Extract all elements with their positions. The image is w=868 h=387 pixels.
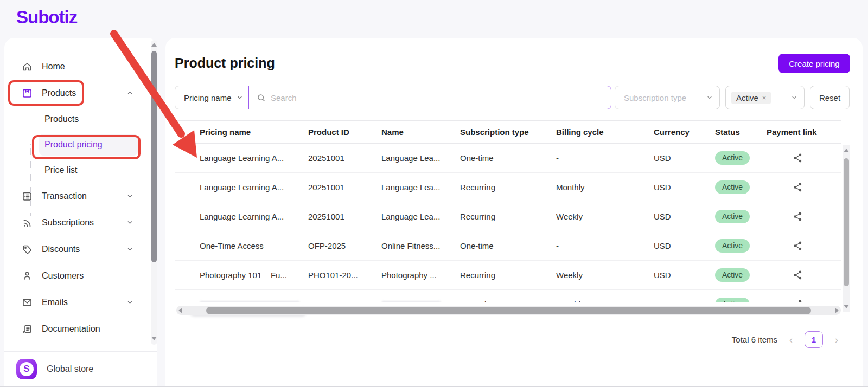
sidebar-subitem-price-list[interactable]: Price list: [39, 157, 138, 183]
cell-name: Online Fitness...: [381, 231, 460, 260]
subscription-type-select[interactable]: Subscription type: [615, 86, 720, 109]
vertical-scrollbar-thumb[interactable]: [844, 158, 849, 286]
cell-currency: USD: [654, 261, 715, 289]
cell-subscription-type: Recurring: [460, 261, 556, 289]
sidebar: Home Products Products Product pricing P…: [4, 38, 157, 387]
search-field-select[interactable]: Pricing name: [175, 86, 248, 109]
sidebar-scrollbar-thumb[interactable]: [151, 51, 157, 262]
prev-page-button[interactable]: ‹: [789, 335, 793, 345]
sidebar-item-home[interactable]: Home: [4, 53, 157, 80]
cell-billing-cycle: Weekly: [556, 261, 654, 289]
share-payment-link-icon[interactable]: [793, 153, 803, 163]
cell-pricing-name: [175, 290, 308, 302]
remove-tag-icon[interactable]: ×: [762, 94, 767, 102]
scroll-down-arrow-icon[interactable]: [844, 305, 849, 308]
emails-icon: [22, 297, 33, 308]
column-header-name: Name: [381, 121, 460, 143]
search-input[interactable]: [271, 93, 603, 102]
chevron-down-icon[interactable]: [126, 192, 133, 199]
create-pricing-button[interactable]: Create pricing: [778, 54, 850, 73]
sidebar-item-products[interactable]: Products: [4, 80, 157, 106]
column-header-subscription-type: Subscription type: [460, 121, 556, 143]
sidebar-subitem-label: Price list: [44, 165, 77, 175]
share-payment-link-icon[interactable]: [793, 270, 803, 280]
table-row: Language Learning A...20251001Language L…: [175, 144, 841, 173]
scroll-down-arrow-icon[interactable]: [151, 337, 157, 340]
scroll-right-arrow-icon[interactable]: [835, 308, 839, 313]
share-payment-link-icon[interactable]: [793, 182, 803, 192]
search-box: [248, 86, 611, 109]
chevron-down-icon[interactable]: [126, 299, 133, 306]
pagination: Total 6 items ‹ 1 ›: [732, 331, 838, 348]
table-horizontal-scrollbar[interactable]: [176, 306, 841, 315]
cell-payment-link: [764, 144, 841, 172]
cell-subscription-type: One-time: [460, 144, 556, 172]
chevron-down-icon: [237, 94, 243, 101]
customers-icon: [22, 270, 33, 281]
reset-button[interactable]: Reset: [810, 86, 850, 109]
scroll-up-arrow-icon[interactable]: [151, 43, 157, 47]
cell-product-id: OFP-2025: [308, 231, 381, 260]
cell-payment-link: [764, 202, 841, 231]
cell-product-id: 20251001: [308, 144, 381, 172]
total-items-label: Total 6 items: [732, 335, 777, 344]
store-switcher[interactable]: S Global store: [4, 352, 157, 386]
status-filter-tag: Active ×: [731, 92, 771, 104]
sidebar-subitem-products[interactable]: Products: [39, 106, 138, 132]
sidebar-item-emails[interactable]: Emails: [4, 289, 157, 315]
table-row: Language Learning A...20251001Language L…: [175, 173, 841, 202]
sidebar-item-label: Home: [42, 62, 65, 72]
scroll-left-arrow-icon[interactable]: [178, 308, 182, 313]
next-page-button[interactable]: ›: [835, 335, 838, 345]
cell-subscription-type: Recurring: [460, 173, 556, 202]
sidebar-item-documentation[interactable]: Documentation: [4, 315, 157, 342]
cell-product-id: PHO101-20...: [308, 261, 381, 289]
current-page-button[interactable]: 1: [805, 331, 823, 348]
cell-name: Language Lea...: [381, 202, 460, 231]
cell-currency: USD: [654, 231, 715, 260]
cell-name: Language Lea...: [381, 144, 460, 172]
redacted-cell: [200, 301, 300, 302]
cell-status: Active: [715, 231, 764, 260]
share-payment-link-icon[interactable]: [793, 299, 803, 302]
cell-pricing-name: Language Learning A...: [175, 202, 308, 231]
sidebar-item-label: Transaction: [42, 191, 87, 201]
column-header-pricing-name: Pricing name: [175, 121, 308, 143]
table-row: Photography 101 – Fu...PHO101-20...Photo…: [175, 261, 841, 290]
sidebar-item-subscriptions[interactable]: Subscriptions: [4, 209, 157, 236]
scroll-up-arrow-icon[interactable]: [844, 149, 849, 152]
cell-payment-link: [764, 261, 841, 289]
sidebar-item-label: Documentation: [42, 324, 100, 334]
table-vertical-scrollbar[interactable]: [843, 145, 850, 312]
cell-billing-cycle: Monthly: [556, 173, 654, 202]
sidebar-subitem-product-pricing[interactable]: Product pricing: [39, 134, 138, 156]
cell-subscription-type: Recurring: [460, 202, 556, 231]
sidebar-scrollbar[interactable]: [151, 40, 157, 345]
horizontal-scrollbar-thumb[interactable]: [206, 307, 811, 314]
sidebar-item-customers[interactable]: Customers: [4, 262, 157, 289]
share-payment-link-icon[interactable]: [793, 241, 803, 251]
cell-billing-cycle: Weekly: [556, 202, 654, 231]
status-badge: Active: [715, 151, 750, 165]
products-icon: [22, 88, 33, 99]
chevron-down-icon[interactable]: [126, 219, 133, 226]
chevron-up-icon[interactable]: [126, 89, 133, 96]
home-icon: [22, 61, 33, 72]
column-header-billing-cycle: Billing cycle: [556, 121, 654, 143]
cell-pricing-name: Language Learning A...: [175, 144, 308, 172]
pricing-table: Pricing nameProduct IDNameSubscription t…: [175, 120, 841, 302]
share-payment-link-icon[interactable]: [793, 211, 803, 222]
sidebar-item-discounts[interactable]: Discounts: [4, 236, 157, 262]
cell-subscription-type: One-time: [460, 231, 556, 260]
cell-name: [381, 290, 460, 302]
cell-currency: USD: [654, 290, 715, 302]
cell-status: Active: [715, 202, 764, 231]
sidebar-item-label: Subscriptions: [42, 218, 94, 228]
cell-status: Active: [715, 261, 764, 289]
status-badge: Active: [715, 268, 750, 282]
sidebar-item-transaction[interactable]: Transaction: [4, 183, 157, 209]
status-filter-select[interactable]: Active ×: [725, 86, 805, 109]
cell-billing-cycle: -: [556, 231, 654, 260]
table-body: Language Learning A...20251001Language L…: [175, 144, 841, 302]
chevron-down-icon[interactable]: [126, 246, 133, 253]
